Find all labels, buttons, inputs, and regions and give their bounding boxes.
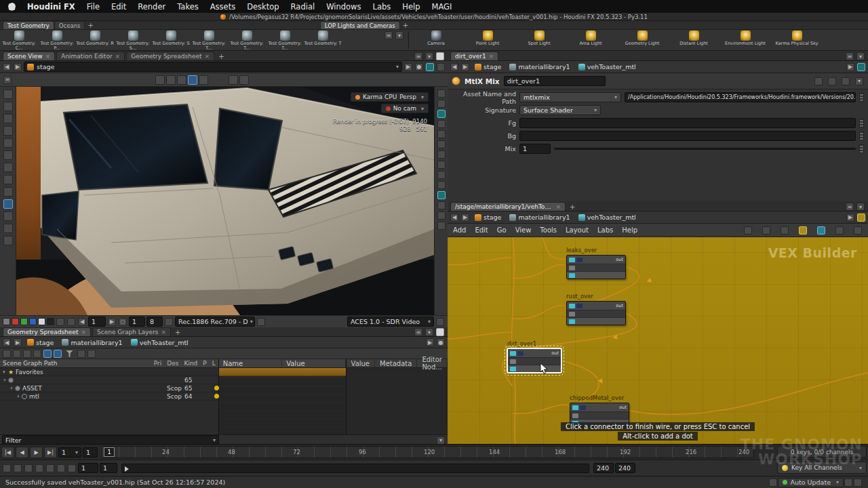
- snap-toggle-icon[interactable]: [229, 75, 238, 85]
- menu-takes[interactable]: Takes: [177, 2, 199, 12]
- shelf-tool-point-light[interactable]: Point Light: [462, 30, 513, 50]
- shelf-tool-environment-light[interactable]: Environment Light: [719, 30, 771, 50]
- wrench-icon[interactable]: [828, 77, 836, 85]
- camera-tool-icon[interactable]: [3, 211, 13, 221]
- simulation-toggle-icon[interactable]: [68, 464, 76, 472]
- netmenu-tools[interactable]: Tools: [540, 226, 557, 234]
- back-icon[interactable]: ◀: [450, 214, 458, 222]
- selected-attribute-row[interactable]: [219, 368, 346, 376]
- shelf-tool-distant-light[interactable]: Distant Light: [668, 30, 719, 50]
- stage-path-field[interactable]: stage ▾: [24, 62, 402, 72]
- layer-dot-icon[interactable]: [214, 394, 219, 399]
- secure-selection-icon[interactable]: [3, 102, 13, 111]
- network-editor-canvas[interactable]: leaks_over out rust_over out dirt_over1 …: [448, 237, 868, 444]
- color-palette-icon[interactable]: [799, 226, 807, 235]
- background-icon[interactable]: [437, 161, 446, 169]
- forward-icon[interactable]: ▶: [14, 63, 22, 71]
- netmenu-labs[interactable]: Labs: [597, 226, 613, 234]
- frame-back-button[interactable]: ◀: [16, 447, 28, 458]
- shelf-tool[interactable]: Test Geometry: T: [304, 30, 342, 50]
- grid-snap-icon[interactable]: [781, 226, 789, 235]
- menu-assets[interactable]: Assets: [210, 2, 235, 12]
- mix-slider[interactable]: [554, 148, 856, 150]
- apple-icon[interactable]: [8, 3, 16, 11]
- pin-icon[interactable]: ●: [415, 63, 423, 71]
- forward-icon[interactable]: ▶: [14, 338, 22, 346]
- close-icon[interactable]: ×: [555, 203, 561, 210]
- shelf-tool-camera[interactable]: Camera: [410, 30, 462, 50]
- pane-dropdown-icon[interactable]: ▾: [856, 52, 865, 60]
- keys-info-button[interactable]: 0 keys, 0/0 channels: [777, 446, 867, 458]
- menu-radial[interactable]: Radial: [291, 2, 315, 12]
- playback-range-slider[interactable]: [121, 464, 589, 473]
- tree-view-icon[interactable]: [762, 226, 770, 235]
- netmenu-view[interactable]: View: [515, 226, 532, 234]
- new-tab-button[interactable]: +: [567, 203, 578, 211]
- move-tool-icon[interactable]: [3, 114, 13, 123]
- jump-icon[interactable]: ▶: [426, 338, 434, 346]
- camera-view-icon[interactable]: [437, 181, 446, 189]
- twist-icon[interactable]: ▾: [3, 369, 8, 375]
- ladder-icon[interactable]: [859, 144, 864, 153]
- channel-red-icon[interactable]: [12, 318, 19, 325]
- expand-icon[interactable]: +: [9, 386, 15, 391]
- pan-2d-icon[interactable]: [67, 318, 75, 326]
- follow-playbar-icon[interactable]: [46, 464, 54, 472]
- menu-help[interactable]: Help: [402, 2, 420, 12]
- paint-tool-icon[interactable]: [3, 187, 13, 197]
- overview-icon[interactable]: [835, 226, 844, 235]
- pose-tool-icon[interactable]: [3, 150, 13, 160]
- display-space-select[interactable]: Rec.1886 Rec.709 - D▾: [175, 317, 255, 327]
- node-leaks-over[interactable]: leaks_over out: [566, 247, 626, 279]
- frame-step-field[interactable]: 1: [83, 447, 98, 458]
- gear-icon[interactable]: [437, 63, 445, 71]
- shelf-tool[interactable]: Test Geometry: C...: [0, 30, 38, 50]
- close-icon[interactable]: ×: [161, 329, 167, 336]
- pane-menu-icon[interactable]: ≡: [846, 203, 854, 211]
- handles-tool-icon[interactable]: [199, 75, 208, 85]
- forward-icon[interactable]: ▶: [461, 63, 469, 71]
- pane-dropdown-icon[interactable]: ▾: [425, 52, 433, 60]
- shelf-scroll-icon[interactable]: ▾: [395, 31, 403, 39]
- tab-geometry-spreadsheet[interactable]: Geometry Spreadsheet×: [3, 327, 91, 336]
- netmenu-help[interactable]: Help: [622, 226, 637, 234]
- shelf-tool[interactable]: Test Geometry: R: [76, 30, 114, 50]
- shelf-add-tab-button-right[interactable]: +: [400, 22, 411, 29]
- flags-icon[interactable]: [817, 226, 825, 235]
- lut-icon[interactable]: [165, 318, 173, 326]
- tab-scene-view[interactable]: Scene View×: [3, 52, 55, 60]
- col-name[interactable]: Name: [219, 359, 282, 367]
- tab-animation-editor[interactable]: Animation Editor×: [56, 52, 125, 60]
- shadows-icon[interactable]: [437, 140, 446, 148]
- find-icon[interactable]: [854, 226, 862, 235]
- menu-magi[interactable]: MAGI: [431, 2, 452, 12]
- shelf-tool[interactable]: Test Geometry: T...: [190, 30, 228, 50]
- gamma-field[interactable]: 1: [129, 317, 145, 327]
- snapshot-icon[interactable]: [426, 63, 434, 71]
- layout-single-icon[interactable]: [437, 201, 446, 209]
- step-mode-icon[interactable]: [35, 464, 43, 472]
- expand-all-icon[interactable]: [13, 350, 21, 358]
- shelf-tool[interactable]: Test Geometry: T...: [228, 30, 266, 50]
- shelf-tool[interactable]: Test Geometry: P...: [38, 30, 76, 50]
- forward-icon[interactable]: ▶: [461, 214, 469, 222]
- mix-field[interactable]: 1: [519, 144, 551, 154]
- measure-tool-icon[interactable]: [3, 236, 13, 245]
- pin-icon[interactable]: [857, 214, 865, 222]
- tab-metadata[interactable]: Metadata: [375, 359, 417, 367]
- tab-network-path[interactable]: /stage/materiallibrary1/vehToaste...×: [450, 202, 566, 211]
- cook-mode-icon[interactable]: [844, 479, 852, 487]
- jump-icon[interactable]: ▶: [846, 214, 854, 222]
- gallery-icon[interactable]: [814, 77, 823, 85]
- shelf-tab-oceans[interactable]: Oceans: [54, 21, 85, 29]
- shelf-tool[interactable]: Test Geometry: S: [152, 30, 190, 50]
- shelf-tool-karma-sky[interactable]: Karma Physical Sky: [771, 30, 823, 50]
- wireframe-icon[interactable]: [437, 120, 446, 128]
- netmenu-add[interactable]: Add: [453, 226, 466, 234]
- breadcrumb-vehtoaster-mtl[interactable]: vehToaster_mtl: [127, 339, 192, 346]
- close-icon[interactable]: ×: [45, 53, 51, 60]
- presets-icon[interactable]: ▾: [855, 77, 863, 85]
- play-button[interactable]: ▶: [30, 447, 43, 458]
- collapse-all-icon[interactable]: [3, 350, 11, 358]
- grid-toggle-icon[interactable]: [437, 171, 446, 179]
